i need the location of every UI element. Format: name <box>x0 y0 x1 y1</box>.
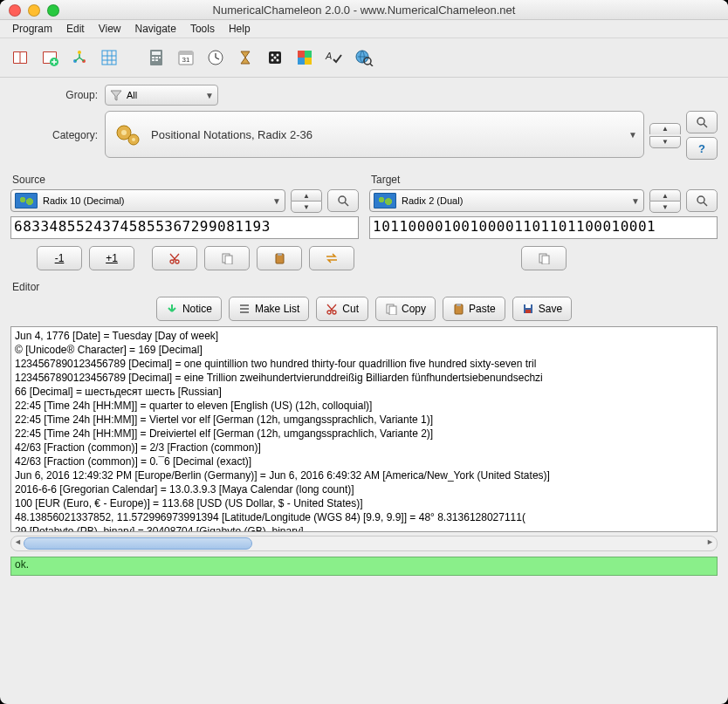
svg-rect-50 <box>225 256 232 264</box>
globe-search-icon[interactable] <box>354 48 374 67</box>
category-down-button[interactable]: ▼ <box>649 136 681 148</box>
target-copy-button[interactable] <box>521 246 567 270</box>
editor-cut-button[interactable]: Cut <box>316 297 368 321</box>
minimize-window-button[interactable] <box>28 4 40 17</box>
color-icon[interactable] <box>295 48 314 67</box>
swap-button[interactable] <box>309 246 354 270</box>
target-unit-down-button[interactable]: ▼ <box>649 201 681 213</box>
svg-rect-52 <box>278 253 282 256</box>
group-label: Group: <box>10 89 105 101</box>
book-add-icon[interactable] <box>40 48 59 67</box>
svg-rect-33 <box>298 58 305 65</box>
svg-rect-16 <box>152 57 155 58</box>
svg-point-6 <box>78 51 81 54</box>
table-icon[interactable] <box>100 48 119 67</box>
svg-point-26 <box>271 54 274 57</box>
menu-navigate[interactable]: Navigate <box>130 21 182 37</box>
svg-rect-32 <box>305 51 312 58</box>
status-bar: ok. <box>10 557 718 576</box>
menu-program[interactable]: Program <box>7 21 58 37</box>
calculator-icon[interactable] <box>147 48 166 67</box>
editor-line: Jun 4, 1776 [Date] = Tuesday [Day of wee… <box>15 329 713 343</box>
editor-line: Jun 6, 2016 12:49:32 PM [Europe/Berlin (… <box>15 468 713 482</box>
svg-line-46 <box>345 202 348 206</box>
target-unit-combo[interactable]: Radix 2 (Dual) ▼ <box>369 189 644 212</box>
scissors-icon <box>168 252 181 264</box>
svg-rect-34 <box>305 58 312 65</box>
clipboard-icon <box>273 252 285 264</box>
editor-paste-button[interactable]: Paste <box>443 297 505 321</box>
close-window-button[interactable] <box>9 4 21 17</box>
make-list-button[interactable]: Make List <box>229 297 309 321</box>
editor-textarea[interactable]: Jun 4, 1776 [Date] = Tuesday [Day of wee… <box>10 326 718 532</box>
menu-edit[interactable]: Edit <box>61 21 90 37</box>
source-unit-up-button[interactable]: ▲ <box>291 189 322 201</box>
spellcheck-icon[interactable]: A <box>325 48 344 67</box>
source-unit-down-button[interactable]: ▼ <box>291 201 322 213</box>
dice-icon[interactable] <box>265 48 285 67</box>
svg-rect-19 <box>152 59 155 61</box>
menu-help[interactable]: Help <box>223 21 256 37</box>
editor-scrollbar[interactable] <box>10 536 718 551</box>
svg-point-42 <box>132 138 135 141</box>
category-search-button[interactable] <box>686 111 718 133</box>
editor-label: Editor <box>12 281 728 293</box>
svg-line-38 <box>370 64 373 66</box>
search-icon <box>696 195 708 207</box>
scrollbar-thumb[interactable] <box>24 537 252 550</box>
target-unit-up-button[interactable]: ▲ <box>649 189 681 201</box>
tree-icon[interactable] <box>70 48 89 67</box>
category-help-button[interactable]: ? <box>686 137 718 160</box>
source-value-text: 68334855243745855367299081193 <box>14 218 271 235</box>
group-value: All <box>127 90 137 100</box>
category-up-button[interactable]: ▲ <box>649 123 681 134</box>
editor-line: 29 [Petabyte (PB), binary] = 30408704 [G… <box>15 524 713 532</box>
plus-one-button[interactable]: +1 <box>89 246 134 270</box>
chevron-down-icon: ▼ <box>631 196 640 206</box>
zoom-window-button[interactable] <box>47 4 59 17</box>
floppy-icon <box>522 303 534 315</box>
svg-point-30 <box>277 59 279 62</box>
svg-rect-22 <box>179 51 193 55</box>
target-search-button[interactable] <box>686 189 718 212</box>
menu-view[interactable]: View <box>93 21 127 37</box>
minus-one-button[interactable]: -1 <box>37 246 82 270</box>
calendar-icon[interactable]: 31 <box>176 48 196 67</box>
svg-point-29 <box>271 59 274 62</box>
menubar: Program Edit View Navigate Tools Help <box>0 20 728 38</box>
source-paste-button[interactable] <box>257 246 302 270</box>
source-copy-button[interactable] <box>204 246 250 270</box>
svg-rect-9 <box>102 51 116 65</box>
titlebar: NumericalChameleon 2.0.0 - www.Numerical… <box>0 0 728 20</box>
svg-point-43 <box>697 118 704 125</box>
category-combo[interactable]: Positional Notations, Radix 2-36 ▼ <box>105 111 644 158</box>
editor-line: 1234567890123456789 [Decimal] = eine Tri… <box>15 371 713 385</box>
svg-rect-65 <box>525 310 531 313</box>
source-label: Source <box>12 174 359 186</box>
source-value-input[interactable]: 68334855243745855367299081193 <box>10 216 359 239</box>
arrow-down-icon <box>166 303 178 315</box>
source-unit-combo[interactable]: Radix 10 (Decimal) ▼ <box>10 189 285 212</box>
notice-button[interactable]: Notice <box>156 297 222 321</box>
group-combo[interactable]: All ▼ <box>105 85 218 106</box>
editor-line: 66 [Decimal] = шестьдесят шесть [Russian… <box>15 385 713 399</box>
globe-flag-icon <box>15 193 38 208</box>
target-value-text: 10110000100100001101101100010001 <box>373 218 656 235</box>
copy-icon <box>385 303 397 315</box>
editor-line: 22:45 [Time 24h [HH:MM]] = Viertel vor e… <box>15 413 713 427</box>
editor-save-button[interactable]: Save <box>512 297 572 321</box>
editor-line: © [Unicode® Character] = 169 [Decimal] <box>15 343 713 357</box>
target-label: Target <box>371 174 718 186</box>
hourglass-icon[interactable] <box>236 48 255 67</box>
book-red-icon[interactable] <box>10 48 30 67</box>
source-search-button[interactable] <box>327 189 359 212</box>
menu-tools[interactable]: Tools <box>185 21 220 37</box>
target-value-output[interactable]: 10110000100100001101101100010001 <box>369 216 718 239</box>
clock-icon[interactable] <box>206 48 225 67</box>
editor-copy-button[interactable]: Copy <box>375 297 436 321</box>
svg-point-40 <box>121 130 127 135</box>
source-cut-button[interactable] <box>152 246 197 270</box>
funnel-icon <box>109 88 123 102</box>
target-panel: Target Radix 2 (Dual) ▼ ▲ ▼ 101100001001… <box>369 168 718 270</box>
svg-rect-15 <box>152 51 161 55</box>
